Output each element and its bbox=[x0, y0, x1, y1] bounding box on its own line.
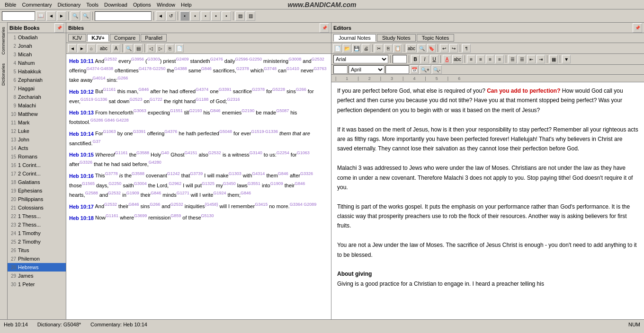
menu-help[interactable]: Help bbox=[178, 2, 195, 8]
bible-tb-5[interactable]: A bbox=[112, 44, 120, 53]
tab-study-notes[interactable]: Study Notes bbox=[377, 34, 416, 42]
book-item-habakkuk[interactable]: 5Habakkuk bbox=[8, 67, 66, 76]
menu-options[interactable]: Options bbox=[130, 2, 154, 8]
align-left-btn[interactable]: ≡ bbox=[467, 55, 475, 63]
book-item-john[interactable]: 13John bbox=[8, 135, 66, 144]
book-item-1thess...[interactable]: 221 Thess... bbox=[8, 212, 66, 220]
bold-btn[interactable]: B bbox=[411, 55, 420, 63]
bible-tb-11[interactable]: 📄 bbox=[175, 44, 184, 53]
menu-dictionary[interactable]: Dictionary bbox=[54, 2, 83, 8]
nav-forward-btn[interactable]: ► bbox=[57, 11, 66, 21]
font-color-btn[interactable]: A bbox=[443, 55, 451, 63]
menu-commentary[interactable]: Commentary bbox=[19, 2, 54, 8]
tab-parallel[interactable]: Parallel bbox=[141, 34, 167, 42]
bible-tb-10[interactable]: ⎘ bbox=[166, 44, 174, 53]
view5-btn[interactable]: ▪ bbox=[222, 11, 231, 21]
bible-books-pin-btn[interactable]: 📌 bbox=[54, 23, 64, 33]
book-item-acts[interactable]: 14Acts bbox=[8, 144, 66, 152]
dictionaries-tab[interactable]: Dictionaries bbox=[0, 59, 7, 90]
book-item-titus[interactable]: 26Titus bbox=[8, 246, 66, 254]
book-item-1timothy[interactable]: 241 Timothy bbox=[8, 229, 66, 237]
ed-redo-btn[interactable]: ↪ bbox=[449, 44, 458, 53]
book-item-philippians[interactable]: 20Philippians bbox=[8, 195, 66, 203]
bullet-list-btn[interactable]: ☰ bbox=[508, 55, 517, 63]
book-item-mark[interactable]: 11Mark bbox=[8, 118, 66, 127]
ed-save-btn[interactable]: 💾 bbox=[352, 44, 361, 53]
bibles-pin-btn[interactable]: 📌 bbox=[320, 23, 329, 33]
layout2-btn[interactable]: ▥ bbox=[246, 11, 255, 21]
ed-undo-btn[interactable]: ↩ bbox=[440, 44, 448, 53]
calendar-btn[interactable]: 📅 bbox=[410, 65, 419, 74]
bible-content[interactable]: Heb 10:11 AndG2532 everyG3956 (G3303) pr… bbox=[66, 54, 331, 319]
tab-kjv[interactable]: KJV bbox=[68, 34, 86, 42]
book-item-colossians[interactable]: 21Colossians bbox=[8, 203, 66, 212]
search-icon-btn[interactable]: 🔍 bbox=[71, 11, 80, 21]
book-item-1peter[interactable]: 301 Peter bbox=[8, 280, 66, 289]
italic-btn[interactable]: I bbox=[420, 55, 429, 63]
align-right-btn[interactable]: ≡ bbox=[486, 55, 494, 63]
book-item-zephaniah[interactable]: 6Zephaniah bbox=[8, 76, 66, 84]
zoom-in-btn[interactable]: 🔍+ bbox=[420, 65, 431, 74]
bible-tb-3[interactable]: ⌂ bbox=[87, 44, 96, 53]
book-item-2timothy[interactable]: 252 Timothy bbox=[8, 237, 66, 246]
tab-kjvplus[interactable]: KJV+ bbox=[87, 34, 109, 42]
book-item-2corint...[interactable]: 172 Corint... bbox=[8, 169, 66, 178]
book-item-obadiah[interactable]: 1Obadiah bbox=[8, 33, 66, 42]
book-item-luke[interactable]: 12Luke bbox=[8, 127, 66, 135]
menu-tools[interactable]: Tools bbox=[83, 2, 101, 8]
date-day-input[interactable]: 10 bbox=[333, 65, 348, 74]
menu-window[interactable]: Window bbox=[154, 2, 178, 8]
menu-download[interactable]: Download bbox=[101, 2, 130, 8]
view1-btn[interactable]: ▪ bbox=[180, 11, 189, 21]
book-item-romans[interactable]: 15Romans bbox=[8, 152, 66, 161]
align-center-btn[interactable]: ≡ bbox=[476, 55, 485, 63]
outdent-btn[interactable]: ⇤ bbox=[527, 55, 536, 63]
date-year-input[interactable]: 2021 bbox=[385, 65, 409, 74]
book-item-malachi[interactable]: 9Malachi bbox=[8, 101, 66, 110]
ed-insert-ref-btn[interactable]: ¶ bbox=[462, 44, 471, 53]
book-item-haggai[interactable]: 7Haggai bbox=[8, 84, 66, 93]
date-month-select[interactable]: AprilJanuaryFebruaryMarch MayJuneJulyAug… bbox=[349, 65, 385, 74]
ed-print-btn[interactable]: 🖨 bbox=[362, 44, 370, 53]
zoom-out-btn[interactable]: 🔍- bbox=[432, 65, 442, 74]
layout1-btn[interactable]: ▤ bbox=[235, 11, 245, 21]
table-btn[interactable]: ▦ bbox=[549, 55, 558, 63]
book-icon-btn[interactable]: 📖 bbox=[36, 11, 45, 21]
bible-tb-9[interactable]: ▷ bbox=[156, 44, 165, 53]
tab-compare[interactable]: Compare bbox=[110, 34, 140, 42]
tab-topic-notes[interactable]: Topic Notes bbox=[417, 34, 454, 42]
search-input[interactable] bbox=[95, 11, 152, 21]
ed-open-btn[interactable]: 📂 bbox=[343, 44, 351, 53]
book-item-nahum[interactable]: 4Nahum bbox=[8, 59, 66, 67]
navigation-input[interactable] bbox=[2, 11, 35, 21]
book-item-2thess...[interactable]: 232 Thess... bbox=[8, 220, 66, 229]
book-item-hebrews[interactable]: 28Hebrews bbox=[8, 263, 66, 272]
font-family-select[interactable]: Arial Times New Roman Courier New bbox=[333, 55, 388, 63]
book-item-ephesians[interactable]: 19Ephesians bbox=[8, 186, 66, 195]
nav-back-btn[interactable]: ◄ bbox=[46, 11, 56, 21]
editor-content[interactable]: If you are perfect before God, what else… bbox=[331, 82, 644, 319]
book-item-zechariah[interactable]: 8Zechariah bbox=[8, 93, 66, 101]
underline-btn[interactable]: U bbox=[430, 55, 438, 63]
view3-btn[interactable]: ▪ bbox=[201, 11, 210, 21]
align-justify-btn[interactable]: ≡ bbox=[495, 55, 504, 63]
book-item-1corint...[interactable]: 161 Corint... bbox=[8, 161, 66, 169]
books-list[interactable]: 1Obadiah2Jonah3Micah4Nahum5Habakkuk6Zeph… bbox=[8, 33, 66, 319]
arrow-left-btn[interactable]: ◄ bbox=[156, 11, 165, 21]
book-item-galatians[interactable]: 18Galatians bbox=[8, 178, 66, 186]
bible-tb-2[interactable]: ► bbox=[78, 44, 86, 53]
menu-bible[interactable]: Bible bbox=[2, 2, 19, 8]
book-item-micah[interactable]: 3Micah bbox=[8, 50, 66, 59]
bible-tb-4[interactable]: abc bbox=[97, 44, 111, 53]
refresh-btn[interactable]: ↺ bbox=[166, 11, 176, 21]
bible-tb-1[interactable]: ◄ bbox=[68, 44, 77, 53]
highlight-btn[interactable]: abc bbox=[452, 55, 463, 63]
ed-new-btn[interactable]: 📄 bbox=[333, 44, 342, 53]
more-btn[interactable]: ▼ bbox=[562, 55, 571, 63]
bible-tb-6[interactable]: 🔍 bbox=[125, 44, 133, 53]
bible-tb-7[interactable]: ▤ bbox=[134, 44, 143, 53]
commentaries-tab[interactable]: Commentaries bbox=[0, 23, 7, 59]
book-item-james[interactable]: 29James bbox=[8, 272, 66, 280]
font-size-input[interactable]: 12 bbox=[393, 55, 407, 63]
num-list-btn[interactable]: ☰ bbox=[518, 55, 526, 63]
